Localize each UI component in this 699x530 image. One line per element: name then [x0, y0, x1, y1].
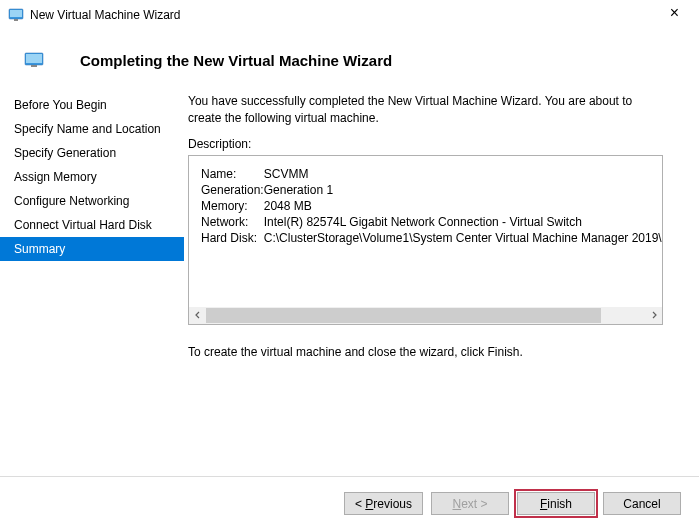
scroll-track[interactable]: [206, 307, 645, 324]
close-icon[interactable]: ×: [662, 4, 687, 22]
summary-value: Generation 1: [264, 182, 663, 198]
page-title: Completing the New Virtual Machine Wizar…: [80, 52, 699, 69]
description-box: Name:SCVMMGeneration:Generation 1Memory:…: [188, 155, 663, 325]
wizard-steps: Before You BeginSpecify Name and Locatio…: [0, 91, 184, 461]
window-title: New Virtual Machine Wizard: [30, 8, 181, 22]
summary-key: Generation:: [201, 182, 264, 198]
summary-value: Intel(R) 82574L Gigabit Network Connecti…: [264, 214, 663, 230]
main-panel: You have successfully completed the New …: [184, 91, 699, 461]
table-row: Memory:2048 MB: [201, 198, 663, 214]
next-button: Next >: [431, 492, 509, 515]
summary-value: SCVMM: [264, 166, 663, 182]
wizard-step[interactable]: Connect Virtual Hard Disk: [0, 213, 184, 237]
table-row: Name:SCVMM: [201, 166, 663, 182]
wizard-step[interactable]: Before You Begin: [0, 93, 184, 117]
svg-rect-2: [14, 19, 18, 21]
wizard-step[interactable]: Specify Generation: [0, 141, 184, 165]
summary-key: Hard Disk:: [201, 230, 264, 246]
wizard-step[interactable]: Configure Networking: [0, 189, 184, 213]
description-label: Description:: [188, 137, 685, 151]
summary-table: Name:SCVMMGeneration:Generation 1Memory:…: [201, 166, 663, 246]
scroll-thumb[interactable]: [206, 308, 601, 323]
svg-rect-1: [10, 10, 22, 17]
summary-key: Name:: [201, 166, 264, 182]
summary-key: Memory:: [201, 198, 264, 214]
finish-button[interactable]: Finish: [517, 492, 595, 515]
closing-text: To create the virtual machine and close …: [188, 345, 685, 359]
wizard-step[interactable]: Specify Name and Location: [0, 117, 184, 141]
monitor-icon: [24, 52, 44, 68]
cancel-button[interactable]: Cancel: [603, 492, 681, 515]
intro-text: You have successfully completed the New …: [188, 91, 658, 127]
wizard-step[interactable]: Assign Memory: [0, 165, 184, 189]
svg-rect-4: [26, 54, 42, 63]
summary-value: 2048 MB: [264, 198, 663, 214]
summary-key: Network:: [201, 214, 264, 230]
scroll-left-arrow[interactable]: [189, 307, 206, 324]
wizard-footer: < Previous Next > Finish Cancel: [0, 476, 699, 530]
wizard-header: Completing the New Virtual Machine Wizar…: [0, 30, 699, 91]
wizard-step[interactable]: Summary: [0, 237, 184, 261]
titlebar: New Virtual Machine Wizard ×: [0, 0, 699, 30]
table-row: Hard Disk:C:\ClusterStorage\Volume1\Syst…: [201, 230, 663, 246]
table-row: Generation:Generation 1: [201, 182, 663, 198]
previous-button[interactable]: < Previous: [344, 492, 423, 515]
table-row: Network:Intel(R) 82574L Gigabit Network …: [201, 214, 663, 230]
scroll-right-arrow[interactable]: [645, 307, 662, 324]
svg-rect-5: [31, 65, 37, 67]
summary-value: C:\ClusterStorage\Volume1\System Center …: [264, 230, 663, 246]
monitor-icon: [8, 7, 24, 23]
horizontal-scrollbar[interactable]: [189, 307, 662, 324]
